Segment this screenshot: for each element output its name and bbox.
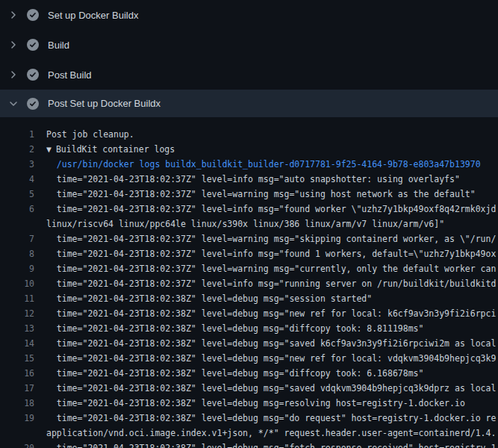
chevron-down-icon[interactable] [7,98,19,110]
log-line: 17 time="2021-04-23T18:02:38Z" level=deb… [0,381,498,396]
log-line-text: time="2021-04-23T18:02:38Z" level=debug … [46,441,496,448]
log-line-number: 15 [0,351,34,366]
log-line-number: 6 [0,202,34,217]
log-line-number: 19 [0,411,34,426]
step-label: Post Set up Docker Buildx [48,98,161,109]
log-group-header[interactable]: 2 ▼ BuildKit container logs [0,142,498,157]
check-circle-icon [27,69,39,81]
log-line: 9 time="2021-04-23T18:02:37Z" level=warn… [0,261,498,276]
step-label: Set up Docker Buildx [48,10,138,21]
log-line-text: time="2021-04-23T18:02:37Z" level=info m… [46,202,496,217]
log-line-text: time="2021-04-23T18:02:37Z" level=warnin… [46,231,496,246]
log-line: 19 time="2021-04-23T18:02:38Z" level=deb… [0,411,498,426]
log-line-text: time="2021-04-23T18:02:37Z" level=info m… [46,246,496,261]
log-line-text: time="2021-04-23T18:02:38Z" level=debug … [46,366,423,381]
step-header-post-build[interactable]: Post Build [0,60,498,90]
log-line-number: 7 [0,231,34,246]
log-line: 6 time="2021-04-23T18:02:37Z" level=info… [0,202,498,217]
log-line-number: 20 [0,441,34,448]
group-expand-triangle-icon[interactable]: ▼ [46,142,52,157]
chevron-right-icon[interactable] [7,69,19,81]
log-line: 7 time="2021-04-23T18:02:37Z" level=warn… [0,231,498,246]
log-line-number: 12 [0,306,34,321]
log-line-number: 14 [0,336,34,351]
log-line-text: time="2021-04-23T18:02:38Z" level=debug … [46,336,496,351]
log-line-number: 10 [0,276,34,291]
log-line: 1 Post job cleanup. [0,127,498,142]
step-label: Post Build [48,69,92,81]
log-line: 14 time="2021-04-23T18:02:38Z" level=deb… [0,336,498,351]
log-line-number [0,426,34,441]
log-line-text: time="2021-04-23T18:02:37Z" level=info m… [46,172,460,187]
log-line-text: time="2021-04-23T18:02:38Z" level=debug … [46,411,496,426]
log-line-text: Post job cleanup. [46,127,134,142]
log-line-number: 2 [0,142,34,157]
log-line-text: time="2021-04-23T18:02:37Z" level=warnin… [46,187,476,202]
check-circle-icon [27,98,39,110]
log-line: 20 time="2021-04-23T18:02:38Z" level=deb… [0,441,498,448]
log-line-text: application/vnd.oci.image.index.v1+json,… [46,426,496,441]
log-line-text: time="2021-04-23T18:02:38Z" level=debug … [46,291,372,306]
log-line: 3 /usr/bin/docker logs buildx_buildkit_b… [0,157,498,172]
log-line-text: time="2021-04-23T18:02:37Z" level=warnin… [46,261,496,276]
log-line: 4 time="2021-04-23T18:02:37Z" level=info… [0,172,498,187]
log-line-number: 5 [0,187,34,202]
log-line-number: 13 [0,321,34,336]
log-line-number: 18 [0,396,34,411]
steps-list: Set up Docker Buildx Build Post Build Po… [0,0,498,117]
log-line-number [0,217,34,231]
log-command-text: /usr/bin/docker logs buildx_buildkit_bui… [46,157,481,172]
log-line-number: 9 [0,261,34,276]
log-line: 12 time="2021-04-23T18:02:38Z" level=deb… [0,306,498,321]
log-line-number: 1 [0,127,34,142]
log-line: 15 time="2021-04-23T18:02:38Z" level=deb… [0,351,498,366]
log-line-wrap-continuation: application/vnd.oci.image.index.v1+json,… [0,426,498,441]
log-line-number: 8 [0,246,34,261]
chevron-right-icon[interactable] [7,9,19,21]
log-line-number: 16 [0,366,34,381]
log-line-text: time="2021-04-23T18:02:38Z" level=debug … [46,396,465,411]
chevron-right-icon[interactable] [7,39,19,51]
log-line: 18 time="2021-04-23T18:02:38Z" level=deb… [0,396,498,411]
log-line-number: 4 [0,172,34,187]
step-header-set-up-docker-buildx[interactable]: Set up Docker Buildx [0,0,498,30]
log-line: 8 time="2021-04-23T18:02:37Z" level=info… [0,246,498,261]
check-circle-icon [27,9,39,21]
log-line-text: time="2021-04-23T18:02:38Z" level=debug … [46,351,496,366]
log-line-text: time="2021-04-23T18:02:38Z" level=debug … [46,381,496,396]
log-line-text: time="2021-04-23T18:02:37Z" level=info m… [46,276,496,291]
check-circle-icon [27,39,39,51]
log-line-number: 3 [0,157,34,172]
log-line: 13 time="2021-04-23T18:02:38Z" level=deb… [0,321,498,336]
log-line-text: time="2021-04-23T18:02:38Z" level=debug … [46,321,423,336]
log-line-text: time="2021-04-23T18:02:38Z" level=debug … [46,306,496,321]
log-viewer: 1 Post job cleanup. 2 ▼ BuildKit contain… [0,117,498,448]
log-line: 10 time="2021-04-23T18:02:37Z" level=inf… [0,276,498,291]
log-line: 16 time="2021-04-23T18:02:38Z" level=deb… [0,366,498,381]
log-group-title[interactable]: BuildKit container logs [56,142,175,157]
step-label: Build [48,40,69,51]
log-line-text: linux/riscv64 linux/ppc64le linux/s390x … [46,217,444,231]
step-header-post-set-up-docker-buildx[interactable]: Post Set up Docker Buildx [0,90,498,117]
log-line-number: 11 [0,291,34,306]
log-line: 11 time="2021-04-23T18:02:38Z" level=deb… [0,291,498,306]
log-line-wrap-continuation: linux/riscv64 linux/ppc64le linux/s390x … [0,217,498,231]
log-line-number: 17 [0,381,34,396]
log-line: 5 time="2021-04-23T18:02:37Z" level=warn… [0,187,498,202]
step-header-build[interactable]: Build [0,30,498,60]
